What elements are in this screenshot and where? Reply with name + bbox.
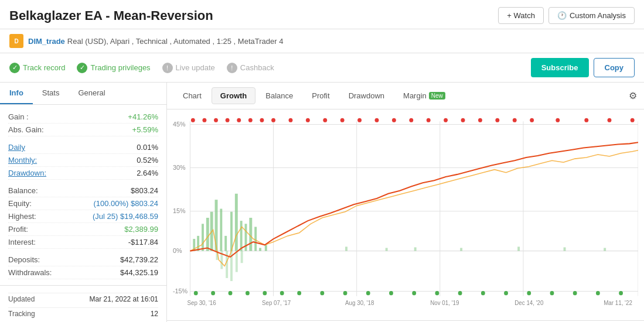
svg-point-89: [412, 291, 416, 295]
chart-tab-growth[interactable]: Growth: [212, 87, 256, 104]
chart-tab-profit[interactable]: Profit: [303, 87, 338, 104]
svg-text:Nov 01, '19: Nov 01, '19: [430, 300, 459, 306]
account-meta: Real (USD), Alpari , Technical , Automat…: [67, 37, 284, 46]
svg-rect-22: [220, 209, 222, 251]
watch-button[interactable]: + Watch: [498, 7, 544, 24]
gain-value: +41.26%: [128, 112, 158, 121]
badges-row: ✓ Track record ✓ Trading privileges ! Li…: [0, 53, 644, 83]
equity-value: (100.00%) $803.24: [93, 199, 158, 208]
badges-right: Subscribe Copy: [531, 58, 635, 77]
profit-value: $2,389.99: [124, 225, 158, 234]
avatar: D: [9, 34, 23, 48]
stat-row-balance: Balance: $803.24: [8, 184, 158, 197]
svg-text:Sep 07, '17: Sep 07, '17: [262, 300, 291, 306]
check-icon-trading: ✓: [77, 63, 87, 73]
svg-text:30%: 30%: [173, 163, 186, 170]
badge-live-update: ! Live update: [162, 63, 215, 73]
svg-rect-31: [265, 245, 267, 251]
interest-label: Interest:: [8, 238, 36, 246]
new-badge: New: [429, 92, 445, 100]
filter-icon[interactable]: ⚙: [629, 90, 637, 101]
svg-point-74: [556, 118, 560, 122]
svg-point-56: [248, 118, 253, 122]
svg-point-65: [392, 118, 396, 122]
svg-text:0%: 0%: [173, 246, 182, 254]
chart-tab-chart[interactable]: Chart: [174, 87, 210, 104]
withdrawal-dots: [191, 118, 635, 122]
svg-point-95: [550, 291, 554, 295]
svg-rect-39: [386, 248, 388, 251]
stats-table: Gain : +41.26% Abs. Gain: +5.59% Daily 0…: [0, 105, 166, 285]
svg-point-61: [323, 118, 327, 122]
tab-info[interactable]: Info: [0, 83, 33, 104]
live-update-label: Live update: [176, 63, 215, 72]
svg-point-83: [280, 291, 284, 295]
svg-point-90: [435, 291, 439, 295]
monthly-value: 0.52%: [137, 156, 158, 165]
custom-analysis-button[interactable]: 🕐 Custom Analysis: [548, 7, 635, 24]
svg-point-86: [343, 291, 347, 295]
svg-point-68: [444, 118, 448, 122]
chart-tab-drawdown[interactable]: Drawdown: [340, 87, 393, 104]
tab-general[interactable]: General: [69, 83, 114, 104]
svg-point-93: [504, 291, 508, 295]
stat-row-deposits: Deposits: $42,739.22: [8, 254, 158, 266]
track-record-label: Track record: [23, 63, 65, 72]
withdrawals-label: Withdrawals:: [8, 268, 52, 277]
svg-point-72: [513, 118, 517, 122]
chart-tab-balance[interactable]: Balance: [257, 87, 302, 104]
stat-row-monthly: Monthly: 0.52%: [8, 154, 158, 167]
svg-point-67: [427, 118, 431, 122]
info-icon-cashback: !: [227, 63, 237, 73]
svg-text:Aug 30, '18: Aug 30, '18: [345, 300, 374, 306]
svg-point-75: [584, 118, 588, 122]
svg-point-55: [237, 118, 241, 122]
svg-point-94: [527, 291, 531, 295]
abs-gain-label: Abs. Gain:: [8, 125, 44, 134]
svg-text:-15%: -15%: [173, 287, 188, 294]
drawdown-label[interactable]: Drawdown:: [8, 169, 46, 177]
footer-stats: Updated Mar 21, 2022 at 16:01 Tracking 1…: [0, 285, 166, 322]
drawdown-value: 2.64%: [137, 169, 158, 177]
chart-area: 45% 30% 15% 0% -15%: [167, 109, 644, 320]
page-header: Belkaglazer EA - Mean-Reversion + Watch …: [0, 0, 644, 29]
highest-value: (Jul 25) $19,468.59: [93, 212, 158, 221]
subscribe-button[interactable]: Subscribe: [531, 58, 589, 77]
svg-point-70: [478, 118, 482, 122]
svg-point-71: [495, 118, 499, 122]
svg-text:Dec 14, '20: Dec 14, '20: [514, 300, 544, 306]
svg-rect-30: [259, 248, 261, 251]
svg-point-80: [229, 291, 233, 295]
withdrawals-value: $44,325.19: [120, 268, 158, 277]
clock-icon: 🕐: [557, 11, 567, 20]
tab-stats[interactable]: Stats: [33, 83, 69, 104]
tracking-value: 12: [151, 310, 158, 318]
updated-row: Updated Mar 21, 2022 at 16:01: [8, 293, 158, 305]
svg-point-58: [271, 118, 275, 122]
svg-rect-36: [236, 251, 238, 272]
check-icon-track: ✓: [9, 63, 20, 73]
svg-point-66: [409, 118, 413, 122]
svg-rect-25: [235, 194, 238, 251]
tracking-row: Tracking 12: [8, 307, 158, 320]
daily-label[interactable]: Daily: [8, 143, 25, 152]
trading-privileges-label: Trading privileges: [90, 63, 150, 72]
monthly-label[interactable]: Monthly:: [8, 156, 37, 165]
balance-value: $803.24: [131, 186, 158, 195]
gain-label: Gain :: [8, 112, 29, 121]
account-link[interactable]: DIM_trade: [28, 37, 65, 46]
updated-label: Updated: [8, 295, 35, 303]
chart-tabs: Chart Growth Balance Profit Drawdown Mar…: [167, 83, 644, 109]
svg-point-84: [297, 291, 301, 295]
svg-rect-40: [414, 247, 417, 251]
svg-rect-18: [202, 224, 204, 251]
left-tab-row: Info Stats General: [0, 83, 166, 105]
svg-point-82: [263, 291, 267, 295]
daily-value: 0.01%: [137, 143, 158, 152]
copy-button[interactable]: Copy: [594, 58, 635, 77]
svg-point-62: [340, 118, 345, 122]
interest-value: -$117.84: [128, 238, 158, 246]
balance-label: Balance:: [8, 186, 38, 195]
chart-tab-margin[interactable]: Margin New: [394, 87, 454, 104]
svg-point-81: [246, 291, 250, 295]
